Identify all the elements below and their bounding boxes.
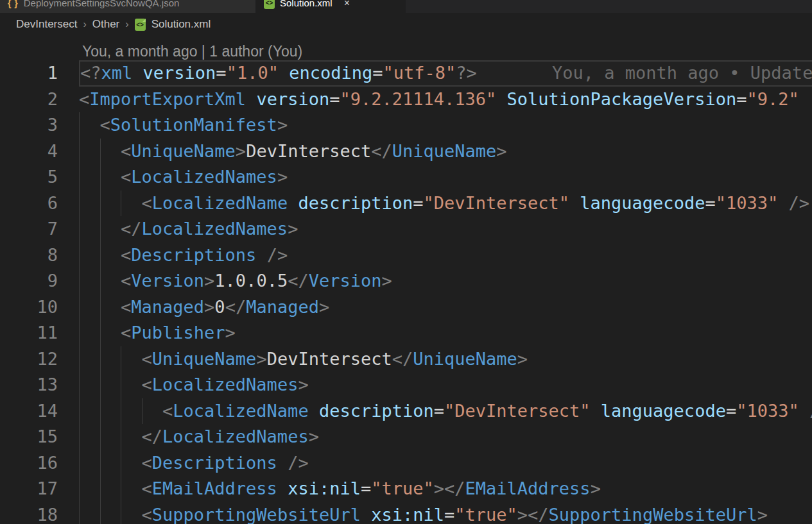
- code-token: "DevIntersect": [423, 193, 569, 213]
- code-token: SupportingWebsiteUrl: [549, 505, 757, 524]
- breadcrumb: DevIntersect › Other › <> Solution.xml: [0, 13, 812, 36]
- line-number[interactable]: 13: [0, 372, 79, 398]
- line-number[interactable]: 6: [0, 190, 79, 217]
- code-line-7[interactable]: 7 </LocalizedNames>: [0, 216, 812, 242]
- code-token: <: [142, 193, 152, 213]
- indent-guide: [100, 476, 101, 502]
- code-line-17[interactable]: 17 <EMailAddress xsi:nil="true"></EMailA…: [0, 476, 812, 502]
- code-token: >: [319, 297, 329, 317]
- line-number[interactable]: 15: [0, 424, 79, 450]
- code-token: />: [267, 245, 288, 265]
- code-token: </: [392, 349, 413, 369]
- line-number[interactable]: 16: [0, 450, 79, 477]
- line-number[interactable]: 9: [0, 268, 79, 294]
- code-line-content: <LocalizedNames>: [79, 372, 812, 398]
- code-token: ?>: [456, 63, 477, 83]
- code-line-10[interactable]: 10 <Managed>0</Managed>: [0, 294, 812, 321]
- code-token: >: [309, 427, 319, 446]
- chevron-right-icon: ›: [83, 19, 86, 30]
- code-token: SolutionPackageVersion: [507, 89, 737, 109]
- code-token: >: [204, 297, 214, 317]
- breadcrumb-item-devintersect[interactable]: DevIntersect: [16, 18, 77, 31]
- line-number[interactable]: 8: [0, 242, 79, 269]
- code-token: [246, 89, 256, 109]
- code-line-9[interactable]: 9 <Version>1.0.0.5</Version>: [0, 268, 812, 294]
- code-token: UniqueName: [392, 141, 497, 161]
- code-token: >: [298, 375, 308, 394]
- code-token: =: [372, 63, 383, 83]
- code-token: Version: [309, 271, 382, 291]
- tab-solution-xml[interactable]: <> Solution.xml ×: [256, 0, 406, 13]
- code-token: =: [726, 401, 736, 421]
- indent-guide: [100, 398, 101, 425]
- line-number[interactable]: 3: [0, 112, 79, 139]
- line-number[interactable]: 1: [0, 60, 79, 87]
- line-number[interactable]: 10: [0, 294, 79, 321]
- tab-close-icon[interactable]: ×: [344, 0, 350, 9]
- code-line-3[interactable]: 3 <SolutionManifest>: [0, 112, 812, 139]
- codelens-annotation[interactable]: You, a month ago | 1 author (You): [0, 36, 812, 60]
- code-token: Descriptions: [152, 453, 277, 473]
- code-editor[interactable]: You, a month ago | 1 author (You) 1<?xml…: [0, 36, 812, 524]
- indent-guide: [100, 450, 101, 477]
- code-token: encoding: [289, 63, 372, 83]
- code-token: <?: [80, 63, 101, 83]
- code-token: >: [288, 219, 298, 239]
- code-line-11[interactable]: 11 <Publisher>: [0, 320, 812, 346]
- code-token: >: [256, 349, 266, 369]
- editor-tab-bar: { } DeploymentSettingsSvcNowQA.json <> S…: [0, 0, 812, 13]
- indent-guide: [79, 268, 80, 294]
- breadcrumb-item-file[interactable]: Solution.xml: [151, 18, 211, 31]
- code-line-4[interactable]: 4 <UniqueName>DevIntersect</UniqueName>: [0, 139, 812, 165]
- line-number[interactable]: 12: [0, 346, 79, 373]
- code-token: DevIntersect: [246, 141, 371, 161]
- code-token: =: [361, 478, 371, 498]
- code-line-12[interactable]: 12 <UniqueName>DevIntersect</UniqueName>: [0, 346, 812, 373]
- code-line-13[interactable]: 13 <LocalizedNames>: [0, 372, 812, 398]
- code-token: SolutionManifest: [110, 115, 277, 135]
- indent-guide: [100, 268, 101, 294]
- code-token: xsi:nil: [371, 505, 444, 524]
- code-line-1[interactable]: 1<?xml version="1.0" encoding="utf-8"?>Y…: [0, 60, 812, 87]
- code-line-15[interactable]: 15 </LocalizedNames>: [0, 424, 812, 450]
- code-token: >: [591, 478, 601, 498]
- code-line-content: </LocalizedNames>: [79, 216, 812, 242]
- line-number[interactable]: 18: [0, 502, 79, 524]
- code-line-5[interactable]: 5 <LocalizedNames>: [0, 164, 812, 190]
- code-token: />: [288, 453, 309, 473]
- code-line-8[interactable]: 8 <Descriptions />: [0, 242, 812, 269]
- line-number[interactable]: 4: [0, 139, 79, 165]
- code-token: EMailAddress: [465, 478, 591, 498]
- code-line-14[interactable]: 14 <LocalizedName description="DevInters…: [0, 398, 812, 425]
- code-token: Managed: [246, 297, 319, 317]
- line-number[interactable]: 14: [0, 398, 79, 425]
- code-token: <: [121, 297, 131, 317]
- indent-guide: [100, 424, 101, 450]
- code-token: EMailAddress: [152, 478, 277, 498]
- line-number[interactable]: 7: [0, 216, 79, 242]
- line-number[interactable]: 17: [0, 476, 79, 502]
- code-line-content: <?xml version="1.0" encoding="utf-8"?>Yo…: [79, 60, 812, 87]
- code-token: [309, 401, 319, 421]
- code-line-16[interactable]: 16 <Descriptions />: [0, 450, 812, 477]
- code-line-18[interactable]: 18 <SupportingWebsiteUrl xsi:nil="true">…: [0, 502, 812, 524]
- code-line-content: </LocalizedNames>: [79, 424, 812, 450]
- code-token: =: [216, 63, 226, 83]
- code-line-content: <Publisher>: [79, 320, 812, 346]
- code-token: LocalizedNames: [152, 375, 298, 394]
- code-token: [132, 63, 143, 83]
- breadcrumb-item-other[interactable]: Other: [92, 18, 120, 31]
- code-token: 1.0.0.5: [214, 271, 288, 291]
- code-line-2[interactable]: 2<ImportExportXml version="9.2.21114.136…: [0, 87, 812, 113]
- line-number[interactable]: 11: [0, 320, 79, 346]
- code-token: />: [809, 401, 812, 421]
- line-number[interactable]: 5: [0, 164, 79, 190]
- code-token: [279, 63, 289, 83]
- line-number[interactable]: 2: [0, 87, 79, 113]
- tab-deployment-settings-json[interactable]: { } DeploymentSettingsSvcNowQA.json: [0, 0, 255, 13]
- code-token: "1033": [716, 193, 779, 213]
- code-token: ></: [517, 505, 549, 524]
- chevron-right-icon: ›: [125, 19, 128, 30]
- code-line-6[interactable]: 6 <LocalizedName description="DevInterse…: [0, 190, 812, 217]
- code-token: <: [142, 453, 152, 473]
